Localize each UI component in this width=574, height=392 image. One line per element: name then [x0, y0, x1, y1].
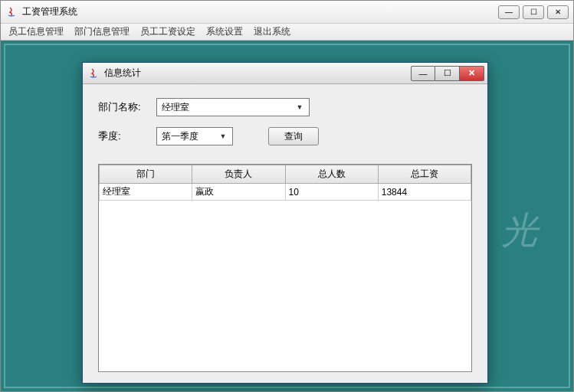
- dialog-minimize-button[interactable]: —: [411, 66, 435, 81]
- dept-row: 部门名称: 经理室 ▼: [98, 98, 472, 116]
- main-title: 工资管理系统: [22, 5, 77, 18]
- maximize-button[interactable]: ☐: [523, 5, 544, 19]
- menu-employee-info[interactable]: 员工信息管理: [4, 24, 68, 40]
- main-window-controls: — ☐ ✕: [498, 5, 569, 19]
- dialog-title: 信息统计: [104, 67, 141, 80]
- table-header-row: 部门 负责人 总人数 总工资: [100, 165, 471, 184]
- menu-dept-info[interactable]: 部门信息管理: [70, 24, 134, 40]
- cell-leader: 嬴政: [192, 184, 285, 201]
- quarter-label: 季度:: [98, 129, 150, 143]
- quarter-value: 第一季度: [162, 130, 198, 143]
- menubar: 员工信息管理 部门信息管理 员工工资设定 系统设置 退出系统: [1, 24, 573, 41]
- dept-label: 部门名称:: [98, 100, 150, 114]
- minimize-button[interactable]: —: [498, 5, 520, 19]
- result-table: 部门 负责人 总人数 总工资 经理室 嬴政 10: [99, 165, 471, 201]
- content-area: 光 信息统计 — ☐ ✕: [1, 41, 573, 391]
- col-count: 总人数: [285, 165, 378, 184]
- dialog-close-button[interactable]: ✕: [460, 66, 484, 81]
- dialog-body: 部门名称: 经理室 ▼ 季度: 第一季度 ▼ 查询: [83, 84, 487, 383]
- result-table-wrap: 部门 负责人 总人数 总工资 经理室 嬴政 10: [98, 164, 472, 372]
- java-icon: [5, 6, 18, 18]
- dialog-titlebar: 信息统计 — ☐ ✕: [83, 63, 487, 84]
- menu-exit[interactable]: 退出系统: [249, 24, 295, 40]
- cell-salary: 13844: [378, 184, 471, 201]
- dept-combo[interactable]: 经理室 ▼: [156, 98, 310, 116]
- col-dept: 部门: [100, 165, 192, 184]
- dialog-window-controls: — ☐ ✕: [411, 66, 484, 81]
- java-icon: [87, 67, 100, 80]
- stats-dialog: 信息统计 — ☐ ✕ 部门名称: 经理室 ▼: [82, 62, 488, 384]
- quarter-row: 季度: 第一季度 ▼ 查询: [98, 127, 472, 145]
- main-titlebar: 工资管理系统 — ☐ ✕: [1, 1, 573, 24]
- dept-value: 经理室: [162, 101, 189, 114]
- content-inner: 光 信息统计 — ☐ ✕: [4, 44, 570, 388]
- menu-system-settings[interactable]: 系统设置: [202, 24, 248, 40]
- chevron-down-icon: ▼: [294, 101, 306, 113]
- cell-count: 10: [285, 184, 378, 201]
- table-row[interactable]: 经理室 嬴政 10 13844: [100, 184, 471, 201]
- cell-dept: 经理室: [100, 184, 192, 201]
- dialog-maximize-button[interactable]: ☐: [435, 66, 460, 81]
- chevron-down-icon: ▼: [217, 130, 229, 142]
- query-button[interactable]: 查询: [268, 127, 319, 145]
- menu-salary-setting[interactable]: 员工工资设定: [136, 24, 200, 40]
- close-button[interactable]: ✕: [547, 5, 569, 19]
- main-window: 工资管理系统 — ☐ ✕ 员工信息管理 部门信息管理 员工工资设定 系统设置 退…: [0, 0, 574, 392]
- quarter-combo[interactable]: 第一季度 ▼: [156, 127, 233, 145]
- col-leader: 负责人: [192, 165, 285, 184]
- col-salary: 总工资: [378, 165, 471, 184]
- watermark: 光: [501, 206, 538, 255]
